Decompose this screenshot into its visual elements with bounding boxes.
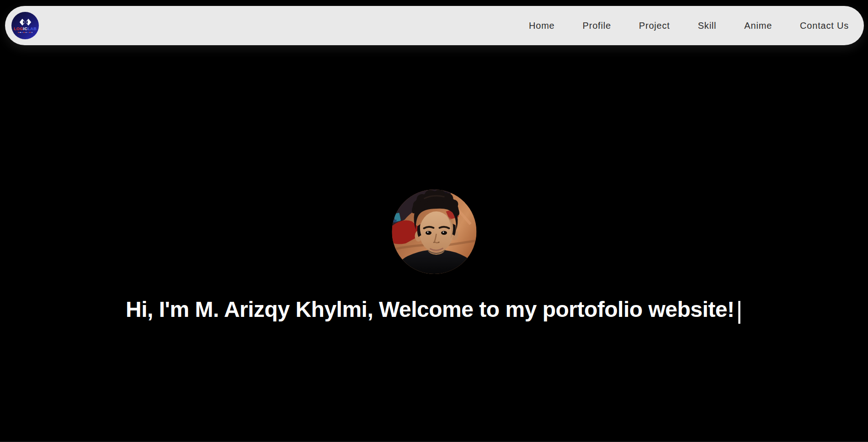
typing-caret: | xyxy=(736,296,742,324)
nav-menu: Home Profile Project Skill Anime Contact… xyxy=(529,21,864,31)
profile-photo-illustration xyxy=(392,189,476,274)
logo-wordmark-lab: LAB xyxy=(27,26,37,31)
logo-wordmark: LOGICLAB xyxy=(14,27,37,31)
logiclab-logo-icon xyxy=(19,18,32,26)
nav-item-skill[interactable]: Skill xyxy=(698,21,717,31)
profile-photo xyxy=(392,189,476,274)
nav-item-anime[interactable]: Anime xyxy=(744,21,772,31)
logo-tagline-microtext xyxy=(18,32,32,33)
logo-wordmark-ic: IC xyxy=(23,26,28,31)
logo-wordmark-log: LOG xyxy=(14,26,23,31)
hero-heading: Hi, I'm M. Arizqy Khylmi, Welcome to my … xyxy=(0,292,868,327)
navbar: LOGICLAB Home Profile Project Skill Anim… xyxy=(5,6,864,45)
nav-item-profile[interactable]: Profile xyxy=(583,21,611,31)
nav-item-contact-us[interactable]: Contact Us xyxy=(800,21,849,31)
hero-heading-text: Hi, I'm M. Arizqy Khylmi, Welcome to my … xyxy=(126,297,734,321)
nav-item-home[interactable]: Home xyxy=(529,21,555,31)
nav-item-project[interactable]: Project xyxy=(639,21,670,31)
logiclab-logo[interactable]: LOGICLAB xyxy=(11,12,39,39)
